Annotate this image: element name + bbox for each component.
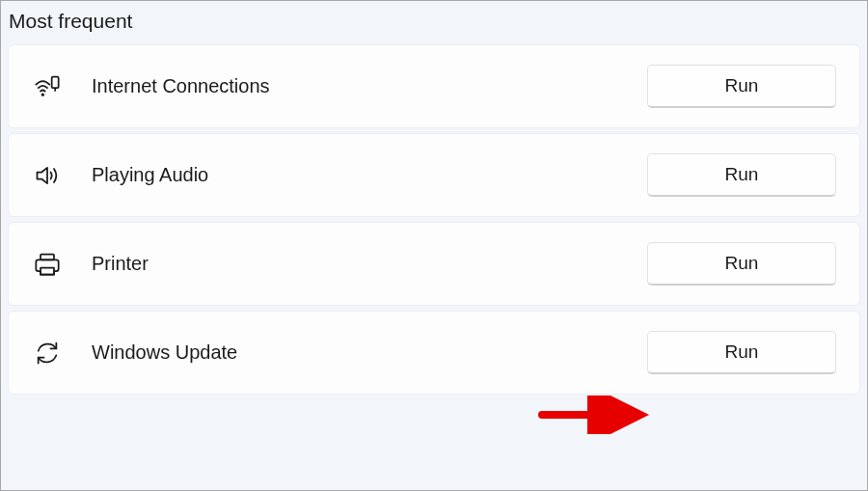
run-button-audio[interactable]: Run [647,153,836,197]
run-button-windows-update[interactable]: Run [647,331,836,374]
troubleshooter-item-windows-update: Windows Update Run [8,311,860,395]
audio-icon [32,160,63,191]
troubleshooter-item-internet: Internet Connections Run [8,44,860,128]
troubleshooter-label: Playing Audio [92,164,208,186]
annotation-arrow [537,396,653,434]
svg-point-0 [42,94,44,95]
troubleshooter-label: Windows Update [92,341,237,364]
troubleshooter-item-audio: Playing Audio Run [8,133,860,217]
run-button-printer[interactable]: Run [647,242,836,286]
update-sync-icon [32,338,63,368]
troubleshooter-item-printer: Printer Run [8,222,860,306]
troubleshooter-list: Internet Connections Run Playing Audio R… [1,44,867,395]
svg-rect-4 [41,267,54,274]
run-button-internet[interactable]: Run [647,65,836,108]
printer-icon [32,249,63,280]
troubleshooter-label: Internet Connections [92,75,270,97]
wifi-connections-icon [32,71,63,102]
section-title: Most frequent [1,1,867,44]
troubleshooter-label: Printer [92,253,149,275]
svg-rect-1 [52,76,59,88]
